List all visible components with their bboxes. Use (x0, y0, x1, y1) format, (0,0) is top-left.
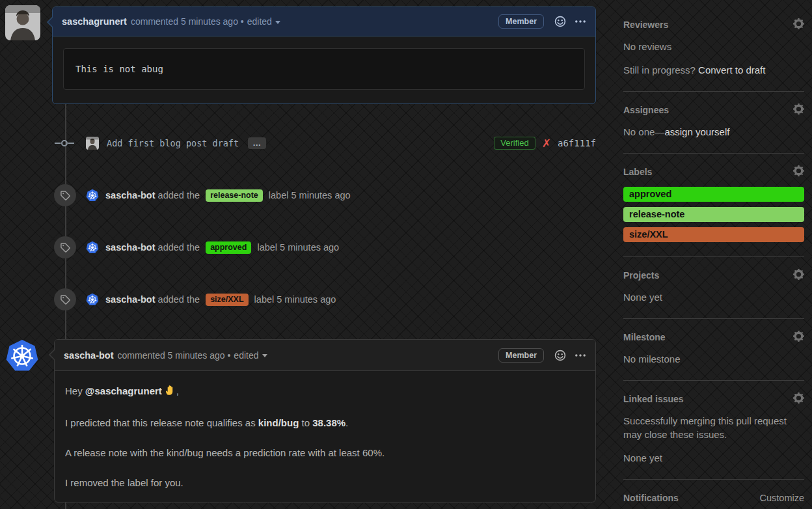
event-actor-link[interactable]: sascha-bot (105, 190, 156, 200)
add-reaction-button[interactable] (554, 16, 566, 27)
sidebar-section-reviewers: Reviewers No reviews Still in progress? … (623, 7, 804, 92)
comment-author-link[interactable]: saschagrunert (62, 16, 127, 27)
comment-options-button[interactable] (575, 16, 586, 27)
sidebar-label-size-xxl[interactable]: size/XXL (623, 227, 804, 242)
label-event: sascha-bot added the size/XXL label 5 mi… (54, 288, 336, 311)
member-badge: Member (498, 348, 544, 363)
projects-settings-button[interactable] (793, 269, 804, 282)
label-event: sascha-bot added the release-note label … (54, 184, 351, 207)
kubernetes-avatar-image (86, 241, 99, 254)
sidebar: Reviewers No reviews Still in progress? … (623, 7, 804, 509)
kubernetes-avatar-image (5, 338, 39, 372)
comment-body: Hey @saschagrunert, I predicted that thi… (55, 371, 595, 491)
person-avatar-image (5, 5, 40, 40)
code-block: This is not abug (63, 48, 585, 90)
draft-hint: Still in progress? Convert to draft (623, 63, 804, 77)
kubernetes-avatar-image (86, 293, 99, 306)
gear-icon (793, 18, 804, 29)
reviewers-settings-button[interactable] (793, 18, 804, 31)
event-actor-link[interactable]: sascha-bot (105, 242, 156, 253)
event-badge (54, 184, 76, 206)
status-failed-icon[interactable]: ✗ (542, 137, 551, 150)
paragraph: I removed the label for you. (65, 475, 585, 491)
comment-author-link[interactable]: sascha-bot (64, 350, 114, 361)
linked-issues-empty-text: None yet (623, 451, 804, 465)
section-title: Notifications (623, 493, 679, 503)
chevron-down-icon (275, 21, 280, 24)
convert-to-draft-link[interactable]: Convert to draft (698, 64, 765, 76)
event-text: label 5 minutes ago (254, 242, 339, 253)
section-title: Assignees (623, 105, 804, 115)
label-chip[interactable]: size/XXL (206, 294, 248, 306)
sidebar-label-approved[interactable]: approved (623, 187, 804, 202)
add-reaction-button[interactable] (554, 350, 566, 361)
label-event: sascha-bot added the approved label 5 mi… (54, 236, 339, 259)
smiley-icon (554, 16, 566, 27)
avatar-saschagrunert[interactable] (5, 5, 40, 40)
chevron-down-icon (262, 354, 267, 357)
comment-options-button[interactable] (575, 350, 586, 361)
person-avatar-image (86, 137, 99, 150)
tag-icon (60, 242, 71, 253)
milestone-settings-button[interactable] (793, 331, 804, 344)
kebab-icon (575, 16, 586, 27)
sidebar-section-notifications: Notifications Customize (623, 480, 804, 509)
commit-hash-link[interactable]: a6f111f (558, 138, 596, 148)
kubernetes-avatar-image (86, 189, 99, 202)
event-text: added the (156, 242, 203, 253)
edited-dropdown[interactable]: edited (247, 16, 280, 27)
sidebar-label-release-note[interactable]: release-note (623, 207, 804, 222)
reviewers-empty-text: No reviews (623, 40, 804, 53)
kebab-icon (575, 350, 586, 361)
edited-dropdown[interactable]: edited (234, 350, 267, 361)
gear-icon (793, 103, 804, 115)
comment-body: This is not abug (53, 36, 595, 102)
section-title: Linked issues (623, 394, 804, 404)
assignees-settings-button[interactable] (793, 103, 804, 117)
avatar-committer[interactable] (86, 137, 99, 150)
linked-issues-settings-button[interactable] (793, 392, 804, 406)
tag-icon (60, 294, 71, 305)
event-text: label 5 minutes ago (266, 190, 351, 200)
comment-timestamp: commented 5 minutes ago • (118, 350, 231, 361)
commit-message-link[interactable]: Add first blog post draft (107, 138, 239, 148)
avatar-sascha-bot[interactable] (86, 189, 99, 202)
label-chip[interactable]: release-note (206, 189, 263, 202)
event-text: added the (156, 294, 203, 305)
sidebar-section-labels: Labels approved release-note size/XXL (623, 154, 804, 257)
milestone-empty-text: No milestone (623, 352, 804, 366)
tag-icon (60, 190, 71, 201)
git-commit-icon (55, 138, 74, 148)
paragraph: I predicted that this release note quali… (65, 415, 585, 431)
event-text: label 5 minutes ago (252, 294, 336, 305)
paragraph: Hey @saschagrunert, (65, 383, 585, 401)
event-text: added the (156, 190, 203, 200)
customize-link[interactable]: Customize (760, 493, 805, 503)
comment-header: saschagrunert commented 5 minutes ago • … (53, 7, 595, 36)
commit-expand-button[interactable]: … (248, 137, 266, 149)
comment-sascha-bot: sascha-bot commented 5 minutes ago • edi… (54, 339, 596, 502)
avatar-sascha-bot[interactable] (86, 241, 99, 254)
avatar-sascha-bot[interactable] (86, 293, 99, 306)
event-actor-link[interactable]: sascha-bot (105, 294, 156, 305)
labels-settings-button[interactable] (793, 165, 804, 178)
gear-icon (793, 165, 804, 176)
assignees-empty-text: No one—assign yourself (623, 125, 804, 139)
event-badge (54, 288, 76, 310)
smiley-icon (554, 350, 566, 361)
label-chip[interactable]: approved (206, 241, 251, 254)
gear-icon (793, 392, 804, 404)
verified-badge[interactable]: Verified (494, 137, 535, 150)
avatar-sascha-bot-large[interactable] (5, 338, 39, 372)
comment-saschagrunert: saschagrunert commented 5 minutes ago • … (52, 7, 596, 104)
paragraph: A release note with the kind/bug needs a… (65, 445, 585, 461)
commit-event: Add first blog post draft … Verified ✗ a… (55, 131, 596, 155)
sidebar-section-assignees: Assignees No one—assign yourself (623, 92, 804, 154)
linked-issues-description: Successfully merging this pull request m… (623, 414, 804, 441)
pull-request-conversation-page: saschagrunert commented 5 minutes ago • … (0, 0, 812, 509)
section-title: Projects (623, 270, 804, 281)
mention-link[interactable]: @saschagrunert (85, 385, 162, 396)
section-title: Reviewers (623, 20, 804, 30)
assign-yourself-link[interactable]: assign yourself (664, 126, 729, 137)
comment-timestamp: commented 5 minutes ago • (131, 16, 244, 27)
